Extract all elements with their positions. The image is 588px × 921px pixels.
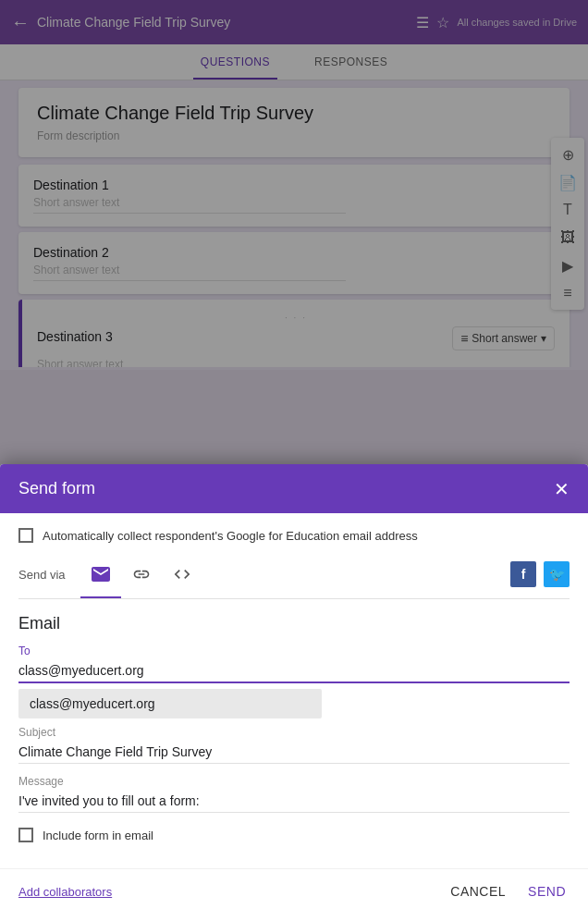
to-input[interactable] bbox=[18, 659, 570, 683]
collect-email-row: Automatically collect respondent's Googl… bbox=[18, 528, 570, 543]
footer-buttons: CANCEL SEND bbox=[447, 877, 570, 906]
send-via-email[interactable] bbox=[80, 558, 121, 591]
to-label: To bbox=[18, 645, 570, 657]
collect-email-checkbox[interactable] bbox=[18, 528, 33, 543]
dialog-title: Send form bbox=[18, 479, 95, 498]
message-input[interactable] bbox=[18, 790, 570, 813]
dialog-header: Send form ✕ bbox=[0, 464, 588, 513]
send-form-dialog: Send form ✕ Automatically collect respon… bbox=[0, 464, 588, 921]
close-icon[interactable]: ✕ bbox=[554, 480, 570, 498]
collect-email-label: Automatically collect respondent's Googl… bbox=[43, 529, 418, 543]
send-via-embed[interactable] bbox=[162, 558, 202, 591]
send-via-row: Send via f bbox=[18, 558, 570, 599]
include-form-checkbox[interactable] bbox=[18, 828, 33, 842]
include-form-label: Include form in email bbox=[43, 829, 153, 842]
facebook-icon[interactable]: f bbox=[510, 561, 536, 587]
email-section-title: Email bbox=[18, 614, 570, 633]
dialog-footer: Add collaborators CANCEL SEND bbox=[0, 868, 588, 921]
subject-label: Subject bbox=[18, 726, 570, 739]
message-label: Message bbox=[18, 775, 570, 788]
subject-input[interactable] bbox=[18, 741, 570, 764]
cancel-button[interactable]: CANCEL bbox=[447, 877, 509, 906]
twitter-icon[interactable]: 🐦 bbox=[544, 561, 570, 587]
dialog-body: Automatically collect respondent's Googl… bbox=[0, 513, 588, 868]
send-via-link[interactable] bbox=[121, 558, 162, 591]
send-via-label: Send via bbox=[18, 568, 66, 582]
autocomplete-dropdown[interactable]: class@myeducert.org bbox=[18, 689, 322, 718]
send-button[interactable]: SEND bbox=[524, 877, 570, 906]
social-share-icons: f 🐦 bbox=[510, 561, 570, 587]
send-via-icons: f 🐦 bbox=[80, 558, 570, 591]
add-collaborators-link[interactable]: Add collaborators bbox=[18, 885, 112, 899]
include-form-row: Include form in email bbox=[18, 828, 570, 842]
